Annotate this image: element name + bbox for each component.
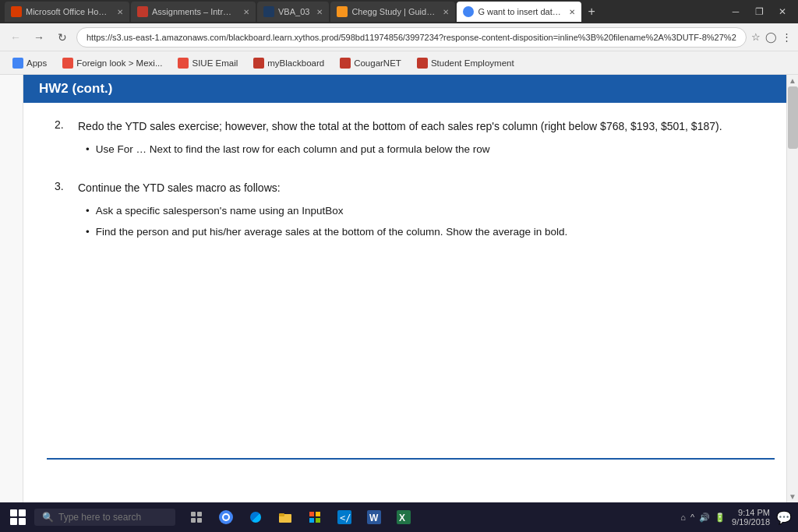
- tab-favicon-ms: [11, 6, 22, 17]
- chrome-button[interactable]: [213, 504, 239, 530]
- tab-label-ms: Microsoft Office Home: [26, 7, 110, 16]
- tab-assignments[interactable]: Assignments – Intro to Info P... ✕: [131, 2, 256, 22]
- minimize-button[interactable]: ─: [725, 2, 747, 22]
- refresh-button[interactable]: ↻: [53, 28, 72, 47]
- tab-close-bb[interactable]: ✕: [243, 8, 249, 16]
- tab-chegg[interactable]: Chegg Study | Guided Solution... ✕: [330, 2, 455, 22]
- menu-icon[interactable]: ⋮: [782, 31, 792, 43]
- bookmark-myblackboard[interactable]: myBlackboard: [247, 55, 330, 71]
- scrollbar-thumb[interactable]: [788, 86, 798, 149]
- excel-button[interactable]: X: [390, 504, 417, 530]
- taskbar-right: ⌂ ^ 🔊 🔋 9:14 PM 9/19/2018 💬: [680, 508, 792, 527]
- taskbar-search[interactable]: 🔍: [34, 509, 175, 526]
- item-2-bullet-1: Use For … Next to find the last row for …: [86, 141, 763, 158]
- item-3-bullet-2: Find the person and put his/her average …: [86, 224, 763, 241]
- hw-header: HW2 (cont.): [23, 75, 786, 103]
- edge-button[interactable]: [242, 504, 269, 530]
- tab-close-chegg[interactable]: ✕: [443, 8, 449, 16]
- date-display: 9/19/2018: [732, 517, 770, 527]
- store-button[interactable]: [302, 504, 328, 530]
- svg-rect-8: [279, 513, 284, 516]
- tab-close-ms[interactable]: ✕: [117, 8, 123, 16]
- svg-text:X: X: [399, 513, 405, 523]
- myblackboard-icon: [253, 58, 264, 69]
- cougaret-icon: [340, 58, 351, 69]
- item-3-text: Continue the YTD sales macro as follows:: [78, 180, 763, 196]
- tab-favicon-vba: [263, 6, 274, 17]
- svg-rect-1: [197, 512, 202, 516]
- start-button[interactable]: [6, 506, 30, 529]
- notification-icon[interactable]: 💬: [776, 510, 792, 525]
- svg-point-6: [224, 515, 228, 520]
- tab-google[interactable]: G want to insert data at bottom ... ✕: [457, 2, 581, 22]
- word-button[interactable]: W: [361, 504, 387, 530]
- forward-button[interactable]: →: [30, 28, 48, 47]
- tab-vba[interactable]: VBA_03 ✕: [257, 2, 329, 22]
- item-2-content: Redo the YTD sales exercise; however, sh…: [78, 118, 763, 163]
- title-bar: Microsoft Office Home ✕ Assignments – In…: [0, 0, 798, 23]
- volume-icon[interactable]: 🔊: [699, 513, 710, 523]
- bookmark-star-icon[interactable]: ☆: [751, 31, 761, 43]
- scrollbar-up-arrow[interactable]: ▲: [787, 75, 798, 85]
- content-area: HW2 (cont.) 2. Redo the YTD sales exerci…: [0, 75, 798, 502]
- svg-rect-12: [316, 518, 320, 523]
- item-2-number: 2.: [55, 118, 70, 163]
- bookmark-siue-label: SIUE Email: [192, 58, 238, 68]
- bullet-3-1-text: Ask a specific salesperson's name using …: [96, 203, 344, 220]
- tab-close-vba[interactable]: ✕: [316, 8, 323, 16]
- address-bar: ← → ↻ ☆ ◯ ⋮: [0, 23, 798, 51]
- tab-favicon-chegg: [337, 6, 348, 17]
- svg-text:W: W: [369, 513, 379, 523]
- apps-icon: [12, 58, 23, 69]
- tab-close-google[interactable]: ✕: [569, 8, 575, 16]
- item-3-bullet-1: Ask a specific salesperson's name using …: [86, 203, 763, 220]
- restore-button[interactable]: ❐: [748, 2, 770, 22]
- bookmark-mybb-label: myBlackboard: [267, 58, 324, 68]
- vscode-button[interactable]: </>: [331, 504, 358, 530]
- address-input[interactable]: [76, 27, 747, 48]
- right-scrollbar[interactable]: ▲ ▼: [786, 75, 798, 502]
- bookmark-siue-email[interactable]: SIUE Email: [171, 55, 244, 71]
- scrollbar-down-arrow[interactable]: ▼: [787, 492, 798, 502]
- tab-microsoft-office[interactable]: Microsoft Office Home ✕: [5, 2, 129, 22]
- close-button[interactable]: ✕: [772, 2, 793, 22]
- window-controls: ─ ❐ ✕: [725, 2, 793, 22]
- taskbar-search-input[interactable]: [58, 512, 168, 523]
- bookmark-employment-label: Student Employment: [431, 58, 514, 68]
- network-icon: ⌂: [680, 513, 686, 522]
- back-button[interactable]: ←: [6, 28, 25, 47]
- profile-icon[interactable]: ◯: [765, 31, 777, 43]
- bookmark-foreign-look[interactable]: Foreign look > Mexi...: [56, 55, 168, 71]
- windows-icon: [10, 509, 26, 525]
- taskbar-apps: </> W X: [183, 504, 417, 530]
- bookmarks-bar: Apps Foreign look > Mexi... SIUE Email m…: [0, 51, 798, 75]
- time-display: 9:14 PM: [732, 508, 770, 517]
- bookmark-cougaret[interactable]: CougarNET: [334, 55, 408, 71]
- bullet-1-text: Use For … Next to find the last row for …: [96, 141, 490, 158]
- siue-email-icon: [178, 58, 189, 69]
- battery-icon: 🔋: [715, 513, 726, 523]
- item-2-text: Redo the YTD sales exercise; however, sh…: [78, 118, 763, 135]
- student-employment-icon: [417, 58, 428, 69]
- bookmark-student-employment[interactable]: Student Employment: [411, 55, 521, 71]
- tab-favicon-google: [463, 6, 474, 17]
- item-3-content: Continue the YTD sales macro as follows:…: [78, 180, 763, 245]
- tab-label-chegg: Chegg Study | Guided Solution...: [351, 7, 436, 16]
- svg-rect-9: [309, 512, 314, 516]
- bottom-divider: [47, 458, 775, 460]
- tab-label-google: G want to insert data at bottom ...: [478, 7, 562, 16]
- tab-label-vba: VBA_03: [278, 7, 309, 16]
- file-explorer-button[interactable]: [272, 504, 298, 530]
- edge-icon: [250, 512, 261, 523]
- chevron-up-icon[interactable]: ^: [690, 513, 694, 522]
- new-tab-button[interactable]: +: [583, 5, 599, 19]
- task-view-button[interactable]: [183, 504, 210, 530]
- bookmark-apps[interactable]: Apps: [6, 55, 53, 71]
- numbered-list: 2. Redo the YTD sales exercise; however,…: [23, 118, 786, 245]
- system-icons: ⌂ ^ 🔊 🔋: [680, 513, 726, 523]
- tab-label-bb: Assignments – Intro to Info P...: [152, 7, 236, 16]
- svg-rect-3: [197, 518, 202, 523]
- item-2-bullets: Use For … Next to find the last row for …: [78, 141, 763, 158]
- hw-header-text: HW2 (cont.): [39, 81, 112, 96]
- svg-rect-0: [191, 512, 196, 516]
